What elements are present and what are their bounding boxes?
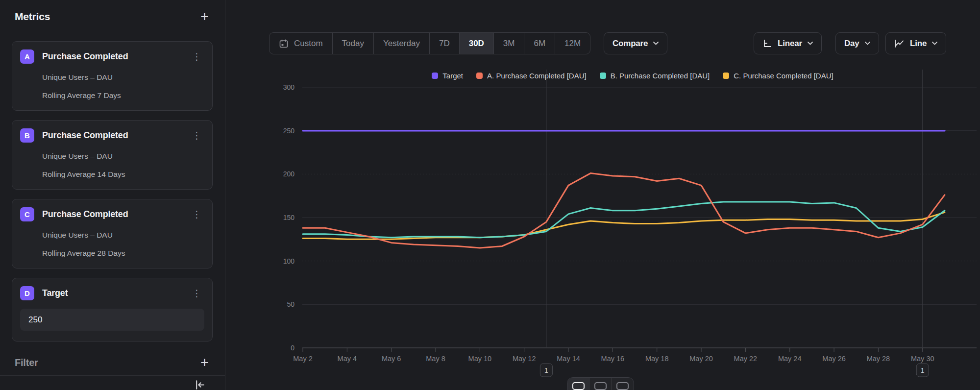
y-tick-label: 100 xyxy=(283,257,295,265)
y-tick-label: 250 xyxy=(283,127,295,135)
x-tick-label: May 22 xyxy=(734,355,758,363)
range-option-label: Today xyxy=(342,39,364,49)
range-option-custom[interactable]: Custom xyxy=(270,33,333,54)
range-option-7d[interactable]: 7D xyxy=(430,33,460,54)
add-filter-button[interactable]: + xyxy=(200,356,209,369)
metric-card-header: BPurchase Completed⋮ xyxy=(20,128,204,143)
scale-label: Linear xyxy=(778,39,802,49)
metric-measure: Unique Users – DAU xyxy=(42,152,204,161)
chart-type-button[interactable]: Line xyxy=(885,32,946,54)
range-option-6m[interactable]: 6M xyxy=(524,33,555,54)
metric-transform: Rolling Average 7 Days xyxy=(42,91,204,100)
range-option-3m[interactable]: 3M xyxy=(494,33,525,54)
range-option-12m[interactable]: 12M xyxy=(555,33,590,54)
chevron-down-icon xyxy=(653,42,659,45)
date-range-picker: CustomTodayYesterday7D30D3M6M12M xyxy=(269,32,590,54)
metric-card-header: APurchase Completed⋮ xyxy=(20,49,204,64)
metrics-sidebar: Metrics + APurchase Completed⋮Unique Use… xyxy=(0,0,225,390)
chart-panel: CustomTodayYesterday7D30D3M6M12M Compare… xyxy=(226,0,980,390)
compare-button[interactable]: Compare xyxy=(604,32,667,54)
chart-type-label: Line xyxy=(910,39,927,49)
range-option-label: Custom xyxy=(294,39,323,49)
y-tick-label: 0 xyxy=(291,344,294,352)
x-tick-label: May 20 xyxy=(689,355,713,363)
view-option-split-view[interactable] xyxy=(612,378,634,390)
x-tick-label: May 24 xyxy=(778,355,802,363)
chart-canvas[interactable]: 300250200150100500May 2May 4May 6May 8Ma… xyxy=(226,64,980,390)
metric-card-c[interactable]: CPurchase Completed⋮Unique Users – DAURo… xyxy=(12,199,213,268)
view-toggle xyxy=(567,377,634,390)
metric-measure: Unique Users – DAU xyxy=(42,231,204,240)
kebab-menu-icon[interactable]: ⋮ xyxy=(189,131,204,140)
range-option-label: 12M xyxy=(564,39,581,49)
x-tick-label: May 4 xyxy=(338,355,357,363)
granularity-button[interactable]: Day xyxy=(835,32,879,54)
target-title: Target xyxy=(42,288,181,298)
filter-section: Filter + xyxy=(15,356,209,369)
add-metric-button[interactable]: + xyxy=(200,10,209,24)
x-tick-label: May 16 xyxy=(601,355,625,363)
metric-card-a[interactable]: APurchase Completed⋮Unique Users – DAURo… xyxy=(12,41,213,111)
chart-view-icon xyxy=(572,382,585,390)
compare-label: Compare xyxy=(612,39,648,49)
range-option-label: 6M xyxy=(534,39,545,49)
x-tick-label: May 10 xyxy=(468,355,492,363)
x-tick-label: May 12 xyxy=(513,355,536,363)
x-tick-label: May 26 xyxy=(822,355,846,363)
metric-title: Purchase Completed xyxy=(42,51,181,62)
metric-title: Purchase Completed xyxy=(42,209,181,219)
range-option-yesterday[interactable]: Yesterday xyxy=(374,33,430,54)
metric-badge: A xyxy=(20,49,34,64)
metric-badge: D xyxy=(20,286,34,300)
chevron-down-icon xyxy=(932,42,937,45)
split-view-icon xyxy=(616,382,629,390)
annotation-badge-label: 1 xyxy=(921,366,925,374)
y-tick-label: 200 xyxy=(283,170,295,178)
kebab-menu-icon[interactable]: ⋮ xyxy=(189,289,204,298)
axis-scale-icon xyxy=(762,39,772,49)
range-option-30d[interactable]: 30D xyxy=(460,33,494,54)
metric-measure: Unique Users – DAU xyxy=(42,73,204,82)
metric-card-header: CPurchase Completed⋮ xyxy=(20,207,204,221)
calendar-icon xyxy=(279,39,289,49)
granularity-label: Day xyxy=(844,39,859,49)
scale-button[interactable]: Linear xyxy=(754,32,822,54)
metric-card-b[interactable]: BPurchase Completed⋮Unique Users – DAURo… xyxy=(12,120,213,190)
x-tick-label: May 6 xyxy=(382,355,401,363)
table-view-icon xyxy=(594,382,607,390)
y-tick-label: 300 xyxy=(283,83,295,91)
kebab-menu-icon[interactable]: ⋮ xyxy=(189,210,204,219)
view-option-table-view[interactable] xyxy=(589,378,612,390)
target-value-input[interactable] xyxy=(20,309,204,331)
range-option-today[interactable]: Today xyxy=(333,33,374,54)
sidebar-divider xyxy=(0,375,225,376)
x-tick-label: May 30 xyxy=(911,355,934,363)
metrics-header: Metrics + xyxy=(15,10,209,24)
chevron-down-icon xyxy=(865,42,870,45)
target-card[interactable]: D Target ⋮ xyxy=(12,278,213,341)
metric-card-list: APurchase Completed⋮Unique Users – DAURo… xyxy=(12,41,213,341)
y-tick-label: 50 xyxy=(287,300,294,308)
metric-transform: Rolling Average 14 Days xyxy=(42,170,204,179)
range-option-label: 3M xyxy=(503,39,515,49)
series-line-c xyxy=(303,212,945,239)
annotation-badge-label: 1 xyxy=(544,366,548,374)
kebab-menu-icon[interactable]: ⋮ xyxy=(189,52,204,61)
x-tick-label: May 8 xyxy=(426,355,445,363)
filter-title: Filter xyxy=(15,357,38,368)
metric-transform: Rolling Average 28 Days xyxy=(42,249,204,258)
metric-badge: B xyxy=(20,128,34,143)
metric-title: Purchase Completed xyxy=(42,130,181,141)
y-tick-label: 150 xyxy=(283,214,295,221)
range-option-label: 7D xyxy=(439,39,450,49)
x-tick-label: May 28 xyxy=(867,355,890,363)
range-option-label: 30D xyxy=(469,39,484,49)
metrics-title: Metrics xyxy=(15,11,50,23)
collapse-sidebar-icon[interactable] xyxy=(194,379,206,390)
view-option-chart-view[interactable] xyxy=(567,378,589,390)
x-tick-label: May 2 xyxy=(293,355,313,363)
target-card-header: D Target ⋮ xyxy=(20,286,204,300)
line-chart-icon xyxy=(894,39,905,49)
series-line-b xyxy=(303,202,945,238)
chevron-down-icon xyxy=(808,42,813,45)
